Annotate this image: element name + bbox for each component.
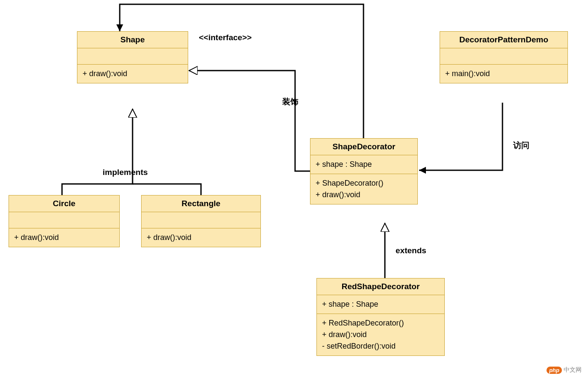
- class-rectangle: Rectangle + draw():void: [141, 195, 261, 247]
- class-red-shape-decorator-title: RedShapeDecorator: [317, 278, 444, 295]
- class-circle-title: Circle: [9, 195, 119, 212]
- label-implements: implements: [103, 168, 148, 177]
- op-item: + draw():void: [316, 189, 412, 201]
- op-item: + draw():void: [83, 68, 183, 80]
- class-decorator-pattern-demo-title: DecoratorPatternDemo: [440, 32, 567, 48]
- op-item: + draw():void: [147, 232, 255, 243]
- watermark-tag: php: [547, 367, 562, 374]
- edge-implements-rect: [133, 184, 201, 195]
- class-shape-ops: + draw():void: [77, 65, 188, 83]
- label-access: 访问: [513, 140, 529, 151]
- label-interface: <<interface>>: [199, 33, 252, 42]
- watermark-text: 中文网: [564, 366, 582, 374]
- class-red-shape-decorator-ops: + RedShapeDecorator() + draw():void - se…: [317, 314, 444, 355]
- watermark: php 中文网: [547, 366, 582, 374]
- class-red-shape-decorator-attrs: + shape : Shape: [317, 295, 444, 314]
- class-shape-decorator: ShapeDecorator + shape : Shape + ShapeDe…: [310, 138, 418, 204]
- class-circle: Circle + draw():void: [9, 195, 120, 247]
- op-item: - setRedBorder():void: [322, 341, 439, 352]
- label-decorate: 装饰: [282, 96, 298, 107]
- class-decorator-pattern-demo-ops: + main():void: [440, 65, 567, 83]
- edge-access: [419, 103, 502, 170]
- op-item: + draw():void: [322, 329, 439, 341]
- class-red-shape-decorator: RedShapeDecorator + shape : Shape + RedS…: [316, 278, 445, 356]
- attr-item: + shape : Shape: [322, 299, 439, 310]
- class-decorator-pattern-demo-attrs: [440, 48, 567, 65]
- class-decorator-pattern-demo: DecoratorPatternDemo + main():void: [440, 31, 568, 83]
- class-shape-attrs: [77, 48, 188, 65]
- op-item: + main():void: [445, 68, 562, 80]
- class-rectangle-title: Rectangle: [142, 195, 260, 212]
- class-shape-decorator-ops: + ShapeDecorator() + draw():void: [310, 174, 417, 204]
- attr-item: + shape : Shape: [316, 159, 412, 170]
- class-circle-attrs: [9, 212, 119, 228]
- op-item: + draw():void: [14, 232, 114, 243]
- class-circle-ops: + draw():void: [9, 228, 119, 247]
- op-item: + RedShapeDecorator(): [322, 317, 439, 329]
- class-rectangle-attrs: [142, 212, 260, 228]
- class-shape-decorator-title: ShapeDecorator: [310, 139, 417, 155]
- class-shape: Shape + draw():void: [77, 31, 188, 83]
- class-shape-decorator-attrs: + shape : Shape: [310, 155, 417, 174]
- label-extends: extends: [396, 246, 426, 255]
- edge-implements: [62, 109, 133, 195]
- class-shape-title: Shape: [77, 32, 188, 48]
- class-rectangle-ops: + draw():void: [142, 228, 260, 247]
- op-item: + ShapeDecorator(): [316, 178, 412, 189]
- edge-decorator-to-shape: [189, 71, 310, 171]
